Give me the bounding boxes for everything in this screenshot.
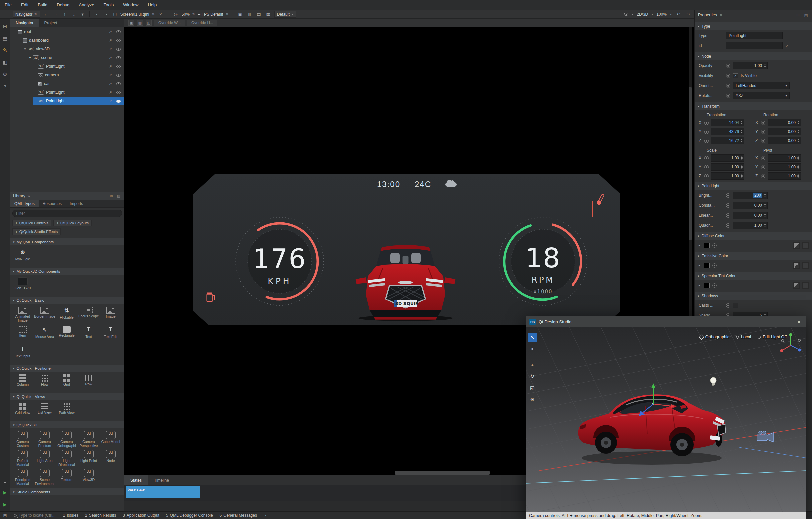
is-visible-checkbox[interactable]: ✓ <box>733 73 738 78</box>
tree-item-root[interactable]: root↗ <box>10 27 124 36</box>
binding-indicator-icon[interactable] <box>726 193 730 198</box>
orientation-combo[interactable]: LeftHanded▾ <box>733 82 790 89</box>
color-swatch[interactable] <box>704 283 709 288</box>
instrument-cluster[interactable]: 13:00 24C 176 KPH 18 RPM x1000 <box>194 174 620 325</box>
rotation-x-field[interactable]: 0.00 <box>767 119 801 126</box>
expand-icon[interactable]: ▸ <box>699 284 701 287</box>
visibility-eye-icon[interactable] <box>116 30 121 33</box>
export-alias-icon[interactable]: ↗ <box>107 73 114 77</box>
combo-updown-icon[interactable]: ⇅ <box>720 13 722 17</box>
rotation-y-field[interactable]: 0.00 <box>767 128 801 135</box>
override-width-button[interactable]: Override W... <box>154 20 185 26</box>
output-panel-qml-debugger-console[interactable]: 5QML Debugger Console <box>166 513 213 518</box>
alias-export-icon[interactable]: ↗ <box>785 43 789 48</box>
binding-indicator-icon[interactable] <box>726 84 730 88</box>
library-item[interactable]: 3dCube Model <box>100 430 122 448</box>
tab-project[interactable]: Project <box>39 19 63 27</box>
mode-welcome-icon[interactable]: ⊞ <box>1 21 9 31</box>
pointlight-section-header[interactable]: ▾ PointLight <box>695 182 812 190</box>
color-swatch[interactable] <box>704 263 709 268</box>
style-selector[interactable]: Default ▾ <box>274 11 296 18</box>
diffuse-color-section-header[interactable]: ▾Diffuse Color <box>695 232 812 240</box>
tree-item-view3d[interactable]: ▾3dview3D↗ <box>10 45 124 53</box>
zoom-icon[interactable]: ◎ <box>172 11 179 18</box>
binding-indicator-icon[interactable] <box>726 94 730 98</box>
canvas-zoom-level[interactable]: 100% <box>656 12 667 17</box>
library-filter-input[interactable] <box>12 210 122 217</box>
quadratic-fade-field[interactable]: 1.00 <box>733 222 767 229</box>
binding-indicator-icon[interactable] <box>704 156 708 160</box>
export-alias-icon[interactable]: ↗ <box>107 56 114 60</box>
document-combo-icon[interactable]: ⇅ <box>152 12 154 16</box>
binding-indicator-icon[interactable] <box>726 213 730 218</box>
library-section-header[interactable]: ▾Qt Quick 3D <box>10 421 124 428</box>
library-item[interactable]: ⇅Flickable <box>56 305 78 323</box>
library-item[interactable]: IText Input <box>12 344 34 362</box>
library-item[interactable]: Item <box>12 325 34 343</box>
anchor-fill-icon[interactable]: ▦ <box>137 20 143 26</box>
combo-updown-icon[interactable]: ⇅ <box>27 194 30 198</box>
gradient-button[interactable] <box>793 242 800 249</box>
binding-indicator-icon[interactable] <box>761 174 765 178</box>
spinner-icon[interactable] <box>796 155 800 161</box>
library-item[interactable]: Grid <box>56 373 78 390</box>
output-panel-search-results[interactable]: 2Search Results <box>85 513 116 518</box>
binding-indicator-icon[interactable] <box>726 223 730 228</box>
expand-icon[interactable]: ▸ <box>699 264 701 267</box>
override-height-button[interactable]: Override H... <box>187 20 217 26</box>
rotate-tool-icon[interactable]: ↻ <box>527 372 537 381</box>
binding-indicator-icon[interactable] <box>726 203 730 208</box>
scale-x-field[interactable]: 1.00 <box>711 154 744 162</box>
light-tool-icon[interactable]: ☀ <box>527 395 537 404</box>
constant-fade-field[interactable]: 0.00 <box>733 202 767 209</box>
tree-item-pointlight[interactable]: 3dPointLight↗ <box>10 62 124 71</box>
move-tool-icon[interactable]: + <box>527 360 537 369</box>
visibility-eye-icon[interactable] <box>116 82 121 85</box>
library-section-header[interactable]: ▾Qt Quick - Positioner <box>10 365 124 372</box>
export-alias-icon[interactable]: ↗ <box>107 64 114 69</box>
node-section-header[interactable]: ▾ Node <box>695 52 812 60</box>
anchor-icon[interactable]: ▣ <box>128 20 135 26</box>
expander-icon[interactable]: ▾ <box>23 47 27 51</box>
menu-build[interactable]: Build <box>33 0 52 10</box>
binding-indicator-icon[interactable] <box>761 165 765 169</box>
library-item[interactable]: Flow <box>34 373 56 390</box>
target-tool-icon[interactable]: ⌖ <box>527 344 537 354</box>
pivot-z-field[interactable]: 1.00 <box>767 172 801 180</box>
select-tool-icon[interactable]: ↖ <box>527 333 537 342</box>
tree-item-scene[interactable]: ▾3dscene↗ <box>10 53 124 62</box>
library-item[interactable]: 3dCamera Orthographi <box>56 430 78 448</box>
translation-y-field[interactable]: 43.76 <box>711 128 744 135</box>
view-mode-toggle[interactable]: 2D/3D <box>637 12 648 17</box>
3d-edit-window[interactable]: DS Qt Design Studio × <box>526 316 806 519</box>
down-icon[interactable]: ↓ <box>71 11 77 18</box>
kit-selector-icon[interactable] <box>1 475 9 485</box>
output-panel-application-output[interactable]: 3Application Output <box>123 513 160 518</box>
rotation-order-combo[interactable]: YXZ▾ <box>733 92 790 99</box>
type-section-header[interactable]: ▾ Type <box>695 22 812 30</box>
library-item[interactable]: Path View <box>56 402 78 419</box>
mode-design-icon[interactable]: ✎ <box>1 45 9 55</box>
library-item[interactable]: 3dDefault Material <box>12 449 34 467</box>
tab-states[interactable]: States <box>124 475 148 485</box>
filter-icon[interactable]: ▼ <box>80 11 85 18</box>
library-item[interactable]: 3dLight Point <box>78 449 100 467</box>
pivot-x-field[interactable]: 1.00 <box>767 154 801 162</box>
split-icon[interactable]: ⊞ <box>109 194 114 198</box>
3d-viewport[interactable]: ↖⌖+↻◱☀ OrthographicLocalEdit Light Off <box>526 327 806 512</box>
library-item[interactable]: TText Edit <box>100 325 122 343</box>
casts-shadow-checkbox[interactable] <box>733 303 738 308</box>
binding-indicator-icon[interactable] <box>712 263 717 268</box>
binding-indicator-icon[interactable] <box>726 74 730 78</box>
3d-window-titlebar[interactable]: DS Qt Design Studio × <box>526 316 806 327</box>
export-alias-icon[interactable]: ↗ <box>107 30 114 34</box>
expand-icon[interactable]: ▸ <box>699 244 701 247</box>
color-picker-button[interactable] <box>802 282 809 289</box>
binding-indicator-icon[interactable] <box>704 165 708 169</box>
spinner-icon[interactable] <box>763 62 767 69</box>
tab-resources[interactable]: Resources <box>39 200 66 207</box>
mode-projects-icon[interactable]: ⚙ <box>1 69 9 79</box>
export-alias-icon[interactable]: ↗ <box>107 99 114 103</box>
spinner-icon[interactable] <box>740 128 743 135</box>
binding-indicator-icon[interactable] <box>761 121 765 125</box>
